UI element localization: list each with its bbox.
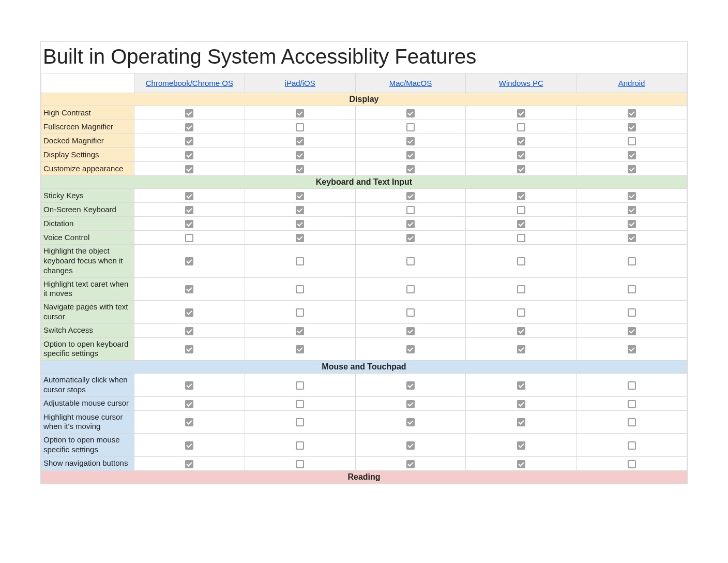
checkbox-checked-icon: [406, 109, 415, 117]
checkbox-unchecked-icon: [628, 257, 636, 265]
checkbox-checked-icon: [517, 137, 525, 145]
checkbox-unchecked-icon: [296, 460, 304, 468]
feature-cell: [134, 245, 245, 277]
feature-cell: [245, 134, 355, 148]
feature-cell: [134, 337, 245, 361]
checkbox-checked-icon: [296, 137, 304, 145]
feature-cell: [466, 231, 577, 245]
feature-cell: [355, 120, 466, 134]
feature-cell: [466, 120, 577, 134]
checkbox-checked-icon: [517, 192, 525, 200]
feature-cell: [577, 189, 687, 203]
checkbox-checked-icon: [517, 220, 525, 228]
checkbox-checked-icon: [185, 285, 193, 293]
feature-label: Docked Magnifier: [41, 134, 134, 148]
feature-cell: [577, 245, 687, 277]
feature-cell: [134, 134, 245, 148]
feature-cell: [245, 231, 355, 245]
feature-label: Voice Control: [41, 231, 134, 245]
feature-cell: [245, 245, 355, 277]
feature-cell: [355, 217, 466, 231]
feature-cell: [245, 374, 355, 397]
checkbox-checked-icon: [628, 165, 636, 173]
feature-cell: [245, 456, 355, 470]
checkbox-unchecked-icon: [628, 400, 636, 408]
col-chromebook[interactable]: Chromebook/Chrome OS: [134, 73, 245, 93]
checkbox-checked-icon: [517, 381, 525, 390]
feature-label: Highlight mouse cursor when it's moving: [41, 410, 134, 434]
checkbox-unchecked-icon: [517, 257, 525, 265]
checkbox-checked-icon: [628, 109, 636, 117]
table-row: Display Settings: [41, 148, 687, 162]
feature-label: Option to open keyboard specific setting…: [41, 337, 134, 361]
col-android[interactable]: Android: [577, 73, 687, 93]
feature-cell: [355, 410, 466, 434]
checkbox-unchecked-icon: [628, 137, 636, 145]
feature-cell: [245, 301, 355, 324]
feature-cell: [245, 410, 355, 434]
checkbox-checked-icon: [628, 234, 636, 242]
checkbox-checked-icon: [296, 151, 304, 159]
feature-cell: [134, 277, 245, 301]
feature-cell: [355, 277, 466, 301]
feature-cell: [466, 217, 577, 231]
checkbox-checked-icon: [185, 418, 193, 426]
checkbox-unchecked-icon: [628, 460, 636, 468]
checkbox-checked-icon: [406, 192, 415, 200]
col-windows[interactable]: Windows PC: [466, 73, 577, 93]
col-ipad[interactable]: iPad/iOS: [245, 73, 355, 93]
feature-label: Dictation: [41, 217, 134, 231]
feature-cell: [355, 337, 466, 361]
feature-cell: [577, 323, 687, 337]
features-table: Chromebook/Chrome OS iPad/iOS Mac/MacOS …: [41, 73, 687, 484]
checkbox-checked-icon: [517, 400, 525, 408]
checkbox-checked-icon: [185, 345, 193, 353]
checkbox-unchecked-icon: [296, 441, 304, 450]
feature-cell: [466, 434, 577, 457]
checkbox-unchecked-icon: [296, 381, 304, 390]
checkbox-checked-icon: [406, 460, 415, 468]
feature-cell: [245, 217, 355, 231]
table-row: Highlight the object keyboard focus when…: [41, 245, 687, 277]
feature-cell: [577, 434, 687, 457]
table-row: Customize appearance: [41, 162, 687, 176]
header-blank: [41, 73, 134, 93]
checkbox-checked-icon: [517, 327, 525, 335]
feature-cell: [245, 148, 355, 162]
checkbox-checked-icon: [406, 165, 415, 173]
feature-cell: [355, 434, 466, 457]
feature-cell: [355, 245, 466, 277]
feature-label: Fullscreen Magnifier: [41, 120, 134, 134]
table-row: Dictation: [41, 217, 687, 231]
checkbox-checked-icon: [185, 109, 193, 117]
table-row: Docked Magnifier: [41, 134, 687, 148]
feature-cell: [134, 374, 245, 397]
feature-label: Automatically click when cursor stops: [41, 374, 134, 397]
feature-cell: [355, 189, 466, 203]
feature-cell: [134, 231, 245, 245]
feature-label: Adjustable mouse cursor: [41, 396, 134, 410]
checkbox-unchecked-icon: [406, 308, 415, 317]
feature-label: Customize appearance: [41, 162, 134, 176]
table-row: Highlight text caret when it moves: [41, 277, 687, 301]
table-row: Automatically click when cursor stops: [41, 374, 687, 397]
feature-cell: [355, 396, 466, 410]
feature-cell: [355, 134, 466, 148]
checkbox-unchecked-icon: [296, 123, 304, 131]
checkbox-checked-icon: [185, 220, 193, 228]
feature-cell: [134, 396, 245, 410]
feature-label: Highlight text caret when it moves: [41, 277, 134, 301]
col-mac[interactable]: Mac/MacOS: [355, 73, 466, 93]
checkbox-checked-icon: [185, 308, 193, 317]
feature-cell: [577, 231, 687, 245]
feature-label: Option to open mouse specific settings: [41, 434, 134, 457]
feature-label: On-Screen Keyboard: [41, 203, 134, 217]
feature-cell: [466, 203, 577, 217]
checkbox-unchecked-icon: [185, 234, 193, 242]
feature-cell: [245, 277, 355, 301]
feature-label: Show navigation buttons: [41, 456, 134, 470]
table-row: Option to open keyboard specific setting…: [41, 337, 687, 361]
feature-cell: [355, 231, 466, 245]
table-row: Switch Access: [41, 323, 687, 337]
table-row: High Contrast: [41, 106, 687, 120]
